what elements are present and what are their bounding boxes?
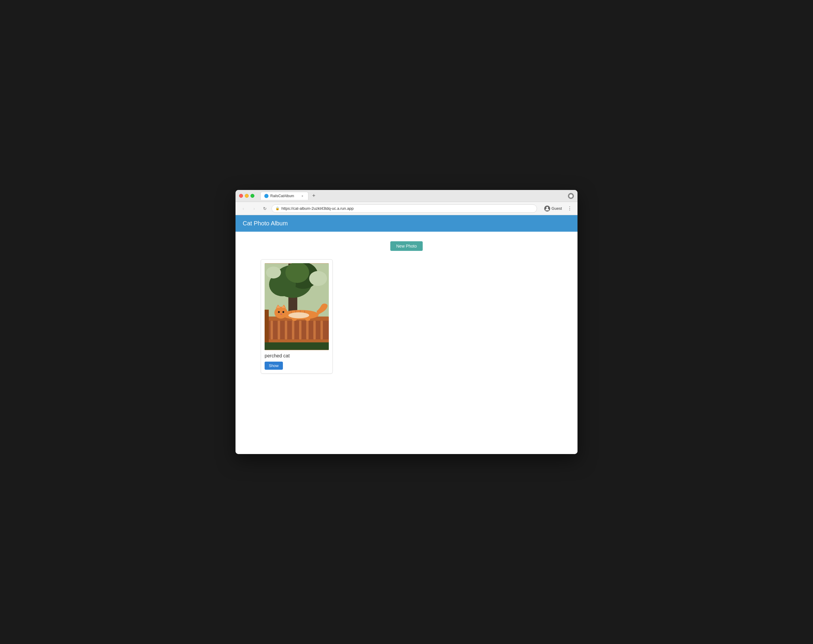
- forward-icon: ›: [254, 206, 255, 211]
- tab-favicon-icon: [264, 194, 268, 198]
- svg-point-7: [309, 271, 327, 286]
- forward-button[interactable]: ›: [250, 204, 258, 213]
- user-avatar-icon: [544, 205, 550, 212]
- svg-point-35: [292, 318, 297, 321]
- photo-image: [265, 263, 329, 350]
- svg-point-36: [305, 318, 310, 321]
- photo-grid: perched cat Show: [243, 259, 570, 374]
- tab-title: RailsCatAlbum: [270, 194, 299, 198]
- svg-point-28: [278, 311, 280, 313]
- tab-bar: RailsCatAlbum × +: [260, 192, 565, 200]
- new-tab-button[interactable]: +: [309, 192, 318, 200]
- new-photo-button[interactable]: New Photo: [390, 241, 423, 251]
- svg-point-0: [546, 207, 548, 209]
- address-bar[interactable]: 🔒 https://cat-album-2uzkt43tdq-uc.a.run.…: [271, 204, 537, 213]
- traffic-lights: [239, 194, 254, 198]
- svg-rect-14: [285, 321, 287, 339]
- svg-rect-16: [299, 321, 302, 339]
- cat-photo-svg: [265, 263, 329, 350]
- app-header: Cat Photo Album: [236, 215, 577, 232]
- svg-rect-15: [292, 321, 294, 339]
- svg-rect-13: [278, 321, 280, 339]
- minimize-button[interactable]: [245, 194, 249, 198]
- svg-rect-21: [265, 342, 329, 350]
- back-button[interactable]: ‹: [239, 204, 248, 213]
- svg-point-8: [266, 267, 281, 279]
- app-title: Cat Photo Album: [243, 220, 570, 227]
- svg-point-23: [274, 307, 288, 319]
- show-button[interactable]: Show: [265, 362, 283, 370]
- svg-rect-19: [320, 321, 323, 339]
- browser-menu-button[interactable]: ⋮: [565, 204, 574, 213]
- title-bar-dots-icon: ⬤: [568, 193, 574, 199]
- main-content: New Photo: [236, 232, 577, 454]
- title-bar: RailsCatAlbum × + ⬤: [236, 190, 577, 202]
- new-photo-container: New Photo: [243, 241, 570, 251]
- user-label: Guest: [551, 206, 562, 211]
- back-icon: ‹: [243, 206, 244, 211]
- user-button[interactable]: Guest: [542, 204, 564, 213]
- svg-rect-17: [306, 321, 309, 339]
- lock-icon: 🔒: [276, 207, 280, 210]
- svg-point-29: [282, 311, 284, 313]
- active-tab[interactable]: RailsCatAlbum ×: [260, 192, 308, 200]
- close-button[interactable]: [239, 194, 243, 198]
- photo-name: perched cat: [265, 353, 329, 359]
- svg-rect-12: [271, 321, 273, 339]
- browser-window: RailsCatAlbum × + ⬤ ‹ › ↻ 🔒 https://cat-…: [236, 190, 577, 454]
- svg-point-30: [280, 314, 282, 315]
- nav-bar: ‹ › ↻ 🔒 https://cat-album-2uzkt43tdq-uc.…: [236, 202, 577, 215]
- svg-point-37: [288, 313, 309, 318]
- reload-icon: ↻: [263, 206, 267, 211]
- svg-rect-18: [313, 321, 315, 339]
- title-bar-right: ⬤: [568, 193, 574, 199]
- nav-right: Guest ⋮: [542, 204, 574, 213]
- page-content: Cat Photo Album New Photo: [236, 215, 577, 454]
- address-text: https://cat-album-2uzkt43tdq-uc.a.run.ap…: [282, 206, 354, 211]
- reload-button[interactable]: ↻: [261, 204, 269, 213]
- maximize-button[interactable]: [251, 194, 254, 198]
- photo-card: perched cat Show: [261, 259, 333, 374]
- tab-close-button[interactable]: ×: [300, 194, 305, 198]
